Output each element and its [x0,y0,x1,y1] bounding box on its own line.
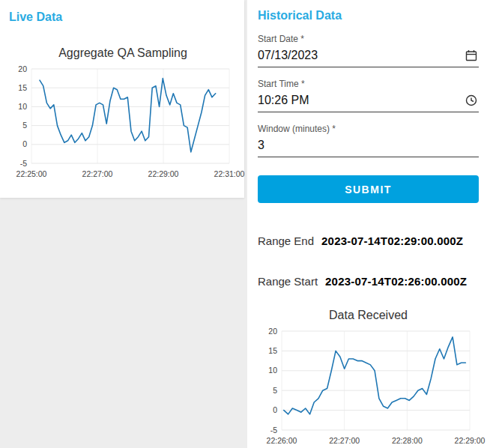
start-time-value: 10:26 PM [258,94,309,107]
start-time-input[interactable]: 10:26 PM [258,89,479,112]
svg-text:10: 10 [18,102,27,111]
window-minutes-input[interactable]: 3 [258,134,479,157]
submit-button[interactable]: SUBMIT [258,175,479,203]
svg-text:22:26:00: 22:26:00 [267,436,297,445]
svg-text:22:29:00: 22:29:00 [148,169,179,178]
data-received-chart-block: Data Received -50510152022:26:0022:27:00… [258,309,479,448]
svg-text:-5: -5 [20,159,27,168]
range-start-label: Range Start [258,275,318,288]
start-date-value: 07/13/2023 [258,49,318,62]
svg-text:15: 15 [18,83,27,92]
svg-text:20: 20 [18,64,27,73]
svg-text:20: 20 [268,327,277,336]
svg-text:22:27:00: 22:27:00 [329,436,360,445]
svg-text:22:28:00: 22:28:00 [392,436,423,445]
range-end-label: Range End [258,234,314,247]
data-received-chart: -50510152022:26:0022:27:0022:28:0022:29:… [258,327,479,448]
range-start-row: Range Start 2023-07-14T02:26:00.000Z [258,275,479,288]
live-data-panel: Live Data Aggregate QA Sampling -5051015… [0,0,244,198]
app: Live Data Aggregate QA Sampling -5051015… [0,0,487,448]
range-end-value: 2023-07-14T02:29:00.000Z [321,234,463,247]
start-date-field[interactable]: Start Date * 07/13/2023 [258,34,479,67]
svg-text:22:27:00: 22:27:00 [82,169,113,178]
window-minutes-label: Window (minutes) * [258,124,479,134]
live-data-title: Live Data [9,10,238,24]
live-data-column: Live Data Aggregate QA Sampling -5051015… [0,0,244,448]
start-date-label: Start Date * [258,34,479,44]
live-chart-block: Aggregate QA Sampling -50510152022:25:00… [7,46,238,186]
svg-text:22:31:00: 22:31:00 [214,169,245,178]
svg-text:5: 5 [273,386,277,395]
svg-text:22:29:00: 22:29:00 [455,436,486,445]
live-chart-title: Aggregate QA Sampling [7,46,238,60]
window-minutes-field[interactable]: Window (minutes) * 3 [258,124,479,157]
data-received-chart-title: Data Received [258,309,479,322]
svg-text:15: 15 [268,346,277,355]
start-time-label: Start Time * [258,79,479,89]
live-data-chart: -50510152022:25:0022:27:0022:29:0022:31:… [7,64,238,186]
svg-text:0: 0 [273,405,277,414]
svg-text:5: 5 [22,121,27,130]
historical-data-panel: Historical Data Start Date * 07/13/2023 … [247,0,487,448]
start-time-field[interactable]: Start Time * 10:26 PM [258,79,479,112]
start-date-input[interactable]: 07/13/2023 [258,44,479,67]
window-minutes-value: 3 [258,139,264,152]
svg-text:0: 0 [22,139,27,148]
historical-data-title: Historical Data [258,9,479,22]
calendar-icon[interactable] [465,49,477,61]
range-start-value: 2023-07-14T02:26:00.000Z [325,275,467,288]
range-end-row: Range End 2023-07-14T02:29:00.000Z [258,234,479,247]
svg-text:-5: -5 [270,426,277,435]
clock-icon[interactable] [465,94,477,106]
svg-text:22:25:00: 22:25:00 [16,169,47,178]
svg-text:10: 10 [268,366,277,375]
